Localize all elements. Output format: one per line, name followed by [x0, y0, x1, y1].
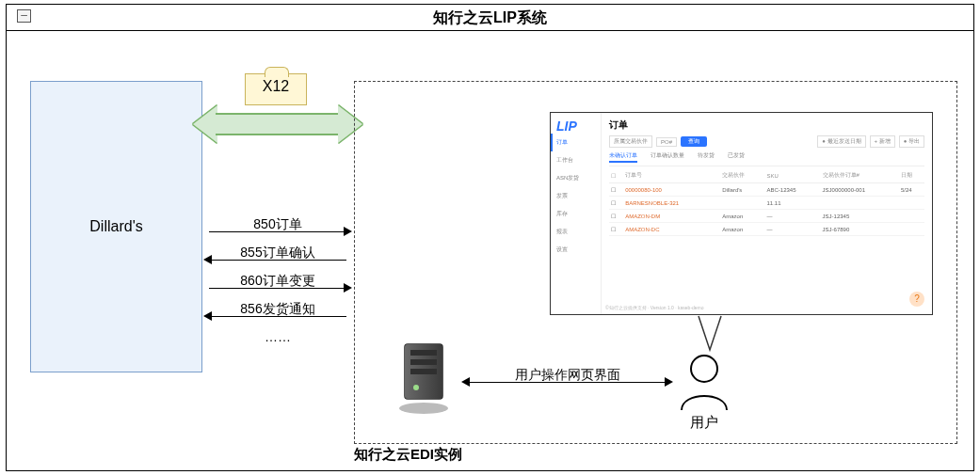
nav-item-6[interactable]: 设置: [551, 241, 601, 259]
flow-850-label: 850订单: [249, 216, 305, 231]
nav-item-0[interactable]: 订单: [551, 134, 601, 151]
app-sidebar: LIP 订单工作台ASN发货发票库存报表设置: [551, 113, 602, 314]
flow-855: 855订单确认: [203, 252, 352, 269]
server-user-connector: 用户操作网页界面: [461, 374, 673, 391]
date-chip[interactable]: ● 最近发送日期: [817, 135, 865, 148]
flow-850: 850订单: [203, 224, 352, 241]
connection-arrow: [193, 105, 362, 143]
nav-item-4[interactable]: 库存: [551, 205, 601, 223]
flow-856: 856发货通知: [203, 309, 352, 325]
flow-860: 860订单变更: [203, 280, 352, 297]
diagram-title: 知行之云LIP系统: [7, 5, 973, 31]
app-page-title: 订单: [609, 119, 924, 132]
col-header: 交易伙伴: [720, 168, 764, 183]
nav-item-3[interactable]: 发票: [551, 187, 601, 205]
add-chip[interactable]: + 新增: [870, 135, 895, 148]
tab-3[interactable]: 已发货: [728, 151, 745, 163]
orders-table: ☐订单号交易伙伴SKU交易伙伴订单#日期 ☐00000080-100Dillar…: [609, 168, 924, 236]
table-row[interactable]: ☐AMAZON-DCAmazon—JSJ-67890: [609, 223, 924, 236]
search-input[interactable]: PO#: [656, 137, 677, 147]
svg-rect-2: [410, 350, 437, 356]
tab-0[interactable]: 未确认订单: [609, 151, 637, 163]
export-chip[interactable]: ● 导出: [899, 135, 924, 148]
server-icon: [397, 340, 458, 416]
x12-tag: X12: [245, 73, 307, 105]
user-label: 用户: [676, 414, 732, 432]
tab-1[interactable]: 订单确认数量: [651, 151, 684, 163]
server-user-label: 用户操作网页界面: [511, 367, 624, 382]
app-toolbar: 所属交易伙伴 PO# 查询 ● 最近发送日期 + 新增 ● 导出: [609, 135, 924, 148]
app-tabs: 未确认订单订单确认数量待发货已发货: [609, 151, 924, 166]
col-header: SKU: [764, 168, 820, 183]
app-main: 订单 所属交易伙伴 PO# 查询 ● 最近发送日期 + 新增 ● 导出 未确认订…: [602, 113, 932, 314]
app-logo: LIP: [551, 119, 601, 134]
svg-rect-4: [410, 369, 437, 374]
edi-instance-label: 知行之云EDI实例: [354, 446, 542, 464]
flow-860-label: 860订单变更: [236, 273, 318, 288]
app-footer-note: ©知行之云提供支持 · Version 1.0 · kaseb-demo: [605, 305, 704, 310]
flow-ellipsis: ……: [203, 329, 352, 344]
nav-item-2[interactable]: ASN发货: [551, 169, 601, 187]
nav-item-1[interactable]: 工作台: [551, 151, 601, 169]
svg-rect-3: [410, 359, 437, 365]
nav-item-5[interactable]: 报表: [551, 223, 601, 241]
partner-dropdown[interactable]: 所属交易伙伴: [609, 135, 652, 148]
flow-856-label: 856发货通知: [236, 301, 318, 316]
col-header: 日期: [899, 168, 924, 183]
col-header: 交易伙伴订单#: [821, 168, 899, 183]
table-row[interactable]: ☐AMAZON-DMAmazon—JSJ-12345: [609, 210, 924, 223]
search-button[interactable]: 查询: [681, 136, 707, 147]
svg-point-5: [413, 385, 419, 390]
partner-label: Dillard's: [89, 218, 142, 235]
svg-point-7: [691, 356, 717, 382]
table-row[interactable]: ☐00000080-100Dillard'sABC-12345JSJ000000…: [609, 183, 924, 197]
help-fab[interactable]: ?: [909, 292, 924, 307]
col-header: 订单号: [623, 168, 720, 183]
lip-app-window: LIP 订单工作台ASN发货发票库存报表设置 订单 所属交易伙伴 PO# 查询 …: [550, 112, 933, 315]
flow-855-label: 855订单确认: [236, 245, 318, 260]
tab-2[interactable]: 待发货: [698, 151, 715, 163]
user-icon: [676, 352, 732, 412]
table-row[interactable]: ☐BARNESNOBLE-32111.11: [609, 197, 924, 210]
svg-point-6: [399, 403, 448, 414]
partner-box: Dillard's: [30, 81, 202, 372]
